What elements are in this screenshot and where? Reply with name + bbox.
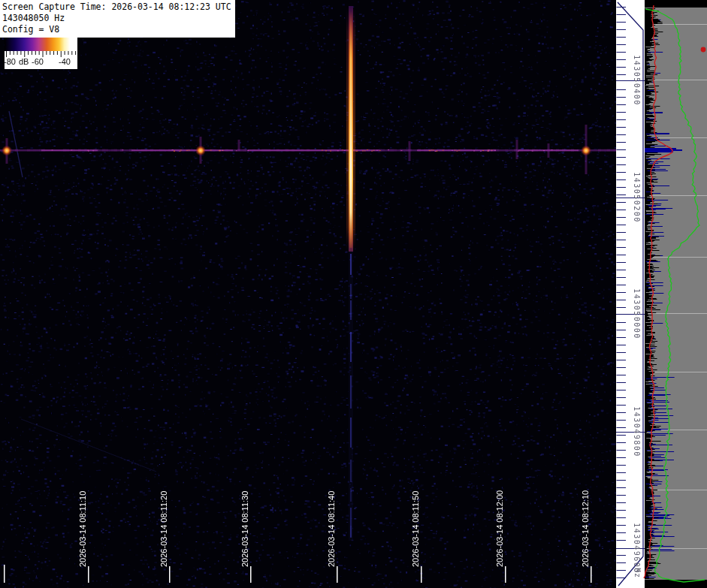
capture-time-text: Screen Capture Time: 2026-03-14 08:12:23…: [2, 2, 231, 12]
colorbar-unit-label: dB: [19, 57, 29, 66]
time-axis-label: 2026-03-14 08:11:30: [240, 491, 249, 567]
frequency-axis-label: 143050000: [633, 288, 641, 339]
colorbar-tick-label: -60: [32, 57, 44, 66]
time-axis-label: 2026-03-14 08:11:10: [78, 491, 87, 567]
frequency-unit-label: Hz: [633, 568, 642, 578]
frequency-axis-label: 143049600: [633, 523, 641, 574]
time-axis-label: 2026-03-14 08:11:20: [159, 491, 168, 567]
time-axis-label: 2026-03-14 08:12:10: [581, 490, 590, 567]
frequency-axis-label: 143050400: [633, 55, 641, 106]
frequency-axis-label: 143050200: [633, 172, 641, 223]
waterfall-and-spectrum-canvas: [0, 0, 707, 588]
center-frequency-text: 143048050 Hz: [2, 13, 65, 23]
colorbar-tick-label: -40: [59, 57, 71, 66]
time-axis-label: 2026-03-14 08:11:50: [411, 491, 420, 567]
time-axis-label: 2026-03-14 08:12:00: [495, 490, 504, 567]
colorbar-tick-label: -80: [4, 57, 16, 66]
capture-info-overlay: Screen Capture Time: 2026-03-14 08:12:23…: [0, 0, 235, 38]
spectrum-lab-capture: Screen Capture Time: 2026-03-14 08:12:23…: [0, 0, 707, 588]
config-text: Config = V8: [2, 24, 59, 35]
time-axis-label: 2026-03-14 08:11:40: [327, 491, 336, 567]
frequency-axis-label: 143049800: [633, 406, 641, 457]
